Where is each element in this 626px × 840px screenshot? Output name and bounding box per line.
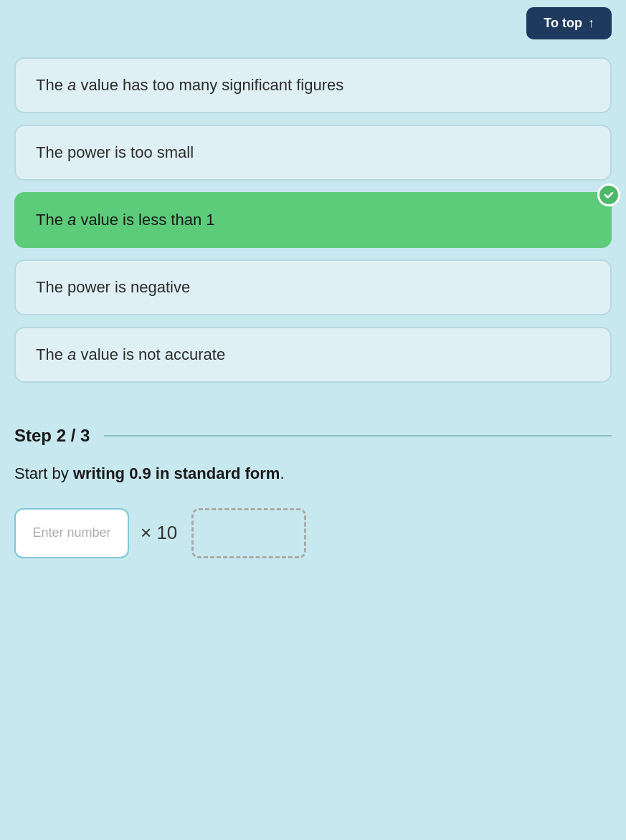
instruction-end: . [280, 464, 284, 482]
option-card-4[interactable]: The power is negative [14, 259, 612, 315]
math-input-area: Enter number × 10 [14, 508, 612, 558]
option-text-4: The power is negative [36, 278, 190, 296]
step-instruction: Start by writing 0.9 in standard form. [14, 463, 612, 485]
option-text-1: The a value has too many significant fig… [36, 76, 343, 94]
to-top-arrow-icon: ↑ [588, 16, 594, 31]
option-card-3[interactable]: The a value is less than 1 [14, 192, 612, 248]
options-list: The a value has too many significant fig… [14, 57, 612, 383]
option-text-3: The a value is less than 1 [36, 211, 215, 229]
correct-check-icon [597, 183, 620, 206]
step-header: Step 2 / 3 [14, 426, 612, 446]
step-section: Step 2 / 3 Start by writing 0.9 in stand… [14, 426, 612, 558]
step-label: Step 2 / 3 [14, 426, 90, 446]
option-card-5[interactable]: The a value is not accurate [14, 327, 612, 383]
option-card-2[interactable]: The power is too small [14, 125, 612, 181]
instruction-bold: writing 0.9 in standard form [73, 464, 280, 482]
to-top-label: To top [544, 16, 582, 31]
to-top-button[interactable]: To top ↑ [526, 7, 612, 39]
option-card-1[interactable]: The a value has too many significant fig… [14, 57, 612, 113]
exponent-input-box[interactable] [191, 508, 306, 558]
option-text-2: The power is too small [36, 143, 194, 161]
option-text-5: The a value is not accurate [36, 345, 225, 363]
instruction-plain: Start by [14, 464, 73, 482]
number-input-placeholder: Enter number [32, 525, 110, 540]
number-input-field[interactable]: Enter number [14, 508, 129, 558]
multiply-symbol: × 10 [141, 522, 177, 544]
step-divider [104, 435, 612, 436]
